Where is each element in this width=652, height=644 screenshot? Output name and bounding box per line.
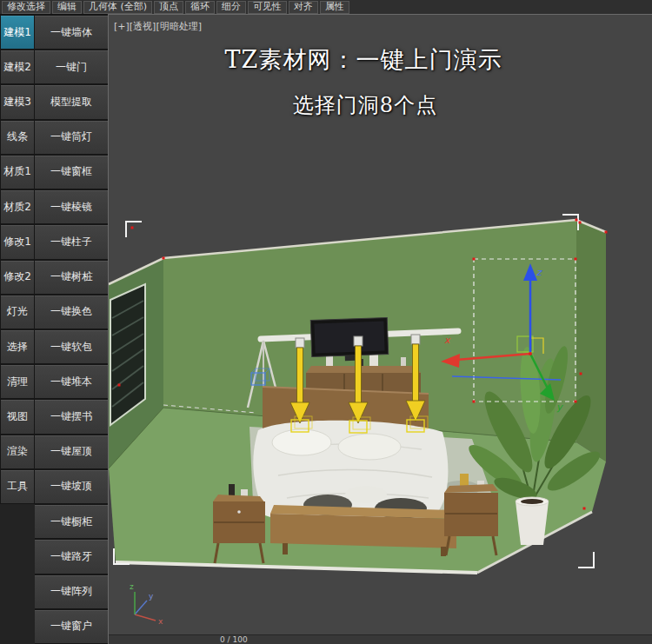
menu-item[interactable]: 循环 (185, 1, 215, 14)
sidebar-category[interactable]: 线条 (0, 120, 35, 155)
plugin-sidebar: 建模1 建模2 建模3 线条 材质1 材质2 修改1 修改2 灯光 选择 清理 … (0, 15, 109, 644)
menu-item[interactable]: 几何体 (全部) (83, 1, 152, 14)
sidebar-category-column: 建模1 建模2 建模3 线条 材质1 材质2 修改1 修改2 灯光 选择 清理 … (0, 15, 35, 644)
menu-item[interactable]: 编辑 (52, 1, 82, 14)
axis-y-label: y (149, 592, 154, 601)
sidebar-action[interactable]: 一键树桩 (35, 260, 109, 295)
sidebar-action[interactable]: 一键路牙 (35, 539, 109, 574)
sidebar-category[interactable]: 灯光 (0, 295, 35, 329)
sidebar-action[interactable]: 一键棱镜 (35, 189, 109, 224)
sidebar-action[interactable]: 一键橱柜 (35, 504, 109, 539)
sidebar-action[interactable]: 一键屋顶 (35, 435, 109, 469)
sidebar-action[interactable]: 一键阵列 (35, 574, 109, 609)
sidebar-category[interactable]: 建模1 (0, 15, 35, 50)
sidebar-category[interactable]: 工具 (0, 469, 35, 504)
sidebar-action[interactable]: 一键窗框 (35, 155, 109, 189)
sidebar-action[interactable]: 一键软包 (35, 329, 109, 364)
sidebar-category[interactable]: 材质2 (0, 189, 35, 224)
sidebar-action[interactable]: 一键墙体 (35, 15, 109, 50)
time-slider-value: 0 / 100 (220, 635, 248, 644)
axis-x-label: x (158, 617, 163, 626)
menu-item[interactable]: 对齐 (289, 1, 318, 14)
sidebar-action[interactable]: 一键筒灯 (35, 120, 109, 155)
sidebar-action[interactable]: 一键摆书 (35, 399, 109, 434)
sidebar-action[interactable]: 一键门 (35, 50, 109, 84)
sidebar-action[interactable]: 一键换色 (35, 295, 109, 329)
menu-item[interactable]: 顶点 (154, 1, 183, 14)
menu-item[interactable]: 修改选择 (2, 1, 50, 14)
sidebar-action[interactable]: 一键窗户 (35, 609, 109, 644)
overlay-subtitle: 选择门洞8个点 (109, 91, 622, 119)
sidebar-category[interactable]: 视图 (0, 399, 35, 434)
sidebar-action[interactable]: 一键柱子 (35, 224, 109, 259)
application-window: 修改选择 编辑 几何体 (全部) 顶点 循环 细分 可见性 对齐 属性 建模1 … (0, 0, 652, 644)
menu-item[interactable]: 细分 (216, 1, 246, 14)
sidebar-category[interactable]: 渲染 (0, 435, 35, 469)
viewport-3d[interactable]: z x y (109, 15, 652, 644)
sidebar-category[interactable]: 修改1 (0, 224, 35, 259)
sidebar-action[interactable]: 一键堆本 (35, 364, 109, 399)
viewport-label[interactable]: [+][透视][明暗处理] (114, 20, 202, 33)
sidebar-action-column: 一键墙体 一键门 模型提取 一键筒灯 一键窗框 一键棱镜 一键柱子 一键树桩 一… (35, 15, 109, 644)
menu-bar: 修改选择 编辑 几何体 (全部) 顶点 循环 细分 可见性 对齐 属性 (0, 0, 652, 15)
sidebar-category[interactable]: 建模2 (0, 50, 35, 84)
overlay-title: TZ素材网：一键上门演示 (109, 44, 618, 76)
menu-item[interactable]: 属性 (320, 1, 349, 14)
sidebar-action[interactable]: 模型提取 (35, 84, 109, 119)
menu-item[interactable]: 可见性 (248, 1, 287, 14)
sidebar-category[interactable]: 选择 (0, 329, 35, 364)
sidebar-category[interactable]: 清理 (0, 364, 35, 399)
sidebar-category[interactable]: 建模3 (0, 84, 35, 119)
window[interactable] (110, 284, 145, 425)
time-slider[interactable]: 0 / 100 (109, 634, 652, 644)
sidebar-category[interactable]: 修改2 (0, 260, 35, 295)
axis-z-label: z (130, 582, 134, 591)
sidebar-category[interactable]: 材质1 (0, 155, 35, 189)
sidebar-action[interactable]: 一键坡顶 (35, 469, 109, 504)
